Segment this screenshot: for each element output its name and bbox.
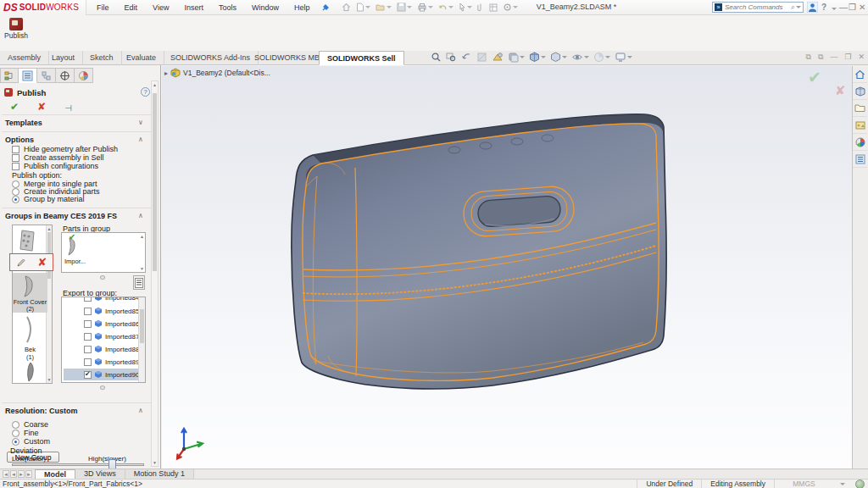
export-item-row[interactable]: Imported86: [64, 318, 138, 330]
tab-evaluate[interactable]: Evaluate: [119, 51, 164, 65]
menu-window[interactable]: Window: [250, 2, 281, 14]
view-settings-button[interactable]: [615, 52, 632, 63]
status-globe-icon[interactable]: [855, 480, 865, 488]
tab-property-manager[interactable]: [19, 68, 37, 83]
attachment-button[interactable]: [477, 3, 484, 12]
display-style-button[interactable]: [550, 52, 567, 63]
delete-group-x-icon[interactable]: ✘: [37, 256, 47, 269]
command-search[interactable]: » ⌕: [712, 2, 804, 13]
previous-view-button[interactable]: [461, 52, 472, 63]
help-button[interactable]: ?: [821, 3, 826, 12]
groups-section-header[interactable]: Groups in Beamy CES 2019 FS: [5, 212, 117, 220]
export-item-checkbox[interactable]: [84, 297, 92, 302]
export-item-checkbox[interactable]: [84, 308, 92, 315]
radio-coarse[interactable]: [12, 421, 19, 429]
export-item-checkbox[interactable]: [84, 320, 92, 328]
search-input[interactable]: [725, 3, 791, 11]
doc-new-window-icon[interactable]: ⧉: [806, 53, 811, 62]
splitter-handle[interactable]: [100, 385, 105, 390]
group-thumbnail-perforated[interactable]: [15, 229, 39, 254]
menu-edit[interactable]: Edit: [123, 2, 140, 14]
print-button[interactable]: [417, 3, 433, 12]
close-button[interactable]: ✕: [859, 3, 865, 12]
tab-3d-views[interactable]: 3D Views: [75, 469, 125, 479]
export-item-checkbox[interactable]: [84, 333, 92, 341]
tab-solidworks-addins[interactable]: SOLIDWORKS Add-Ins: [163, 51, 259, 65]
new-document-button[interactable]: [356, 3, 370, 12]
export-to-group-list[interactable]: Imported84 Imported85 Imported86 Importe…: [61, 297, 146, 383]
export-item-checkbox[interactable]: [84, 358, 92, 366]
edit-group-pencil-icon[interactable]: [16, 258, 26, 268]
menu-view[interactable]: View: [151, 2, 170, 14]
menu-pin-icon[interactable]: [321, 3, 330, 12]
menu-insert[interactable]: Insert: [182, 2, 205, 14]
tab-feature-tree[interactable]: [0, 68, 19, 83]
panel-scrollbar[interactable]: ▲ ▼: [151, 80, 159, 467]
menu-help[interactable]: Help: [292, 2, 312, 14]
doc-cascade-icon[interactable]: ⧉: [818, 53, 823, 62]
search-scope-icon[interactable]: »: [715, 3, 722, 11]
tab-configuration-manager[interactable]: [37, 68, 56, 83]
custom-properties-button[interactable]: [853, 151, 867, 168]
resolution-section-header[interactable]: Resolution: Custom: [5, 407, 78, 415]
tab-solidworks-sell[interactable]: SOLIDWORKS Sell: [319, 51, 404, 65]
tab-display-manager[interactable]: [75, 68, 93, 83]
group-thumbnail-capsule[interactable]: [24, 361, 37, 383]
splitter-handle[interactable]: [100, 275, 105, 280]
group-list[interactable]: ▲▼ ✘ Front Cover (2) Bek (1): [12, 225, 53, 384]
search-dropdown-caret[interactable]: [796, 6, 801, 8]
tab-sketch[interactable]: Sketch: [82, 51, 122, 65]
deviation-slider-track[interactable]: [12, 463, 144, 466]
export-item-checkbox-checked[interactable]: [84, 371, 92, 379]
hide-show-items-button[interactable]: [571, 52, 589, 63]
table-button[interactable]: [489, 3, 498, 12]
pm-cancel-button[interactable]: ✘: [37, 101, 46, 113]
assembly-model[interactable]: [162, 66, 852, 469]
tab-motion-study[interactable]: Motion Study 1: [125, 469, 194, 479]
help-caret[interactable]: [832, 8, 837, 10]
resources-home-button[interactable]: [853, 66, 867, 83]
login-user-icon[interactable]: [807, 2, 818, 13]
zoom-area-button[interactable]: [446, 52, 457, 63]
edit-appearance-button[interactable]: [593, 52, 610, 63]
menu-tools[interactable]: Tools: [217, 2, 238, 14]
appearance-button[interactable]: [508, 52, 525, 63]
confirm-cancel-icon[interactable]: ✘: [835, 83, 846, 98]
tab-scroll-buttons[interactable]: ◄◄►►: [0, 469, 35, 479]
list-view-button[interactable]: [133, 275, 145, 290]
tab-model[interactable]: Model: [35, 469, 75, 479]
restore-button[interactable]: ❐: [849, 3, 856, 12]
doc-close-button[interactable]: ✕: [858, 53, 865, 62]
units-dropdown-caret[interactable]: [840, 483, 845, 485]
radio-group-by-material[interactable]: [12, 196, 19, 203]
options-collapse-chevron[interactable]: ∧: [138, 136, 143, 143]
pm-help-icon[interactable]: ?: [141, 87, 150, 97]
checkbox-hide-geometry[interactable]: [12, 146, 19, 153]
tab-assembly[interactable]: Assembly: [0, 51, 49, 65]
doc-minimize-button[interactable]: —: [830, 53, 837, 62]
file-explorer-button[interactable]: [853, 100, 867, 117]
templates-section-header[interactable]: Templates: [5, 119, 42, 127]
dynamic-annotation-button[interactable]: [492, 52, 504, 63]
open-button[interactable]: [376, 3, 392, 12]
doc-restore-button[interactable]: ❐: [844, 53, 851, 62]
checkbox-publish-configurations[interactable]: [12, 163, 19, 170]
status-units-selector[interactable]: MMGS: [774, 480, 833, 488]
export-list-scrollbar[interactable]: [138, 297, 145, 382]
templates-collapse-chevron[interactable]: ∨: [138, 119, 143, 126]
radio-fine[interactable]: [12, 430, 19, 437]
design-library-button[interactable]: [853, 83, 867, 100]
tab-layout[interactable]: Layout: [44, 51, 83, 65]
save-button[interactable]: [397, 3, 412, 12]
parts-scroll-up[interactable]: ▲: [140, 234, 144, 239]
export-item-row[interactable]: Imported85: [64, 305, 138, 317]
parts-scroll-down[interactable]: ▼: [140, 266, 144, 271]
tab-dimxpert-manager[interactable]: [56, 68, 75, 83]
export-item-row-selected[interactable]: Imported90: [64, 369, 138, 380]
export-item-row[interactable]: Imported89: [64, 356, 138, 368]
export-item-row[interactable]: Imported84: [64, 297, 138, 303]
undo-button[interactable]: [438, 3, 453, 12]
view-orientation-button[interactable]: [529, 52, 546, 63]
pm-pin-button[interactable]: [64, 103, 75, 110]
export-item-checkbox[interactable]: [84, 346, 92, 353]
